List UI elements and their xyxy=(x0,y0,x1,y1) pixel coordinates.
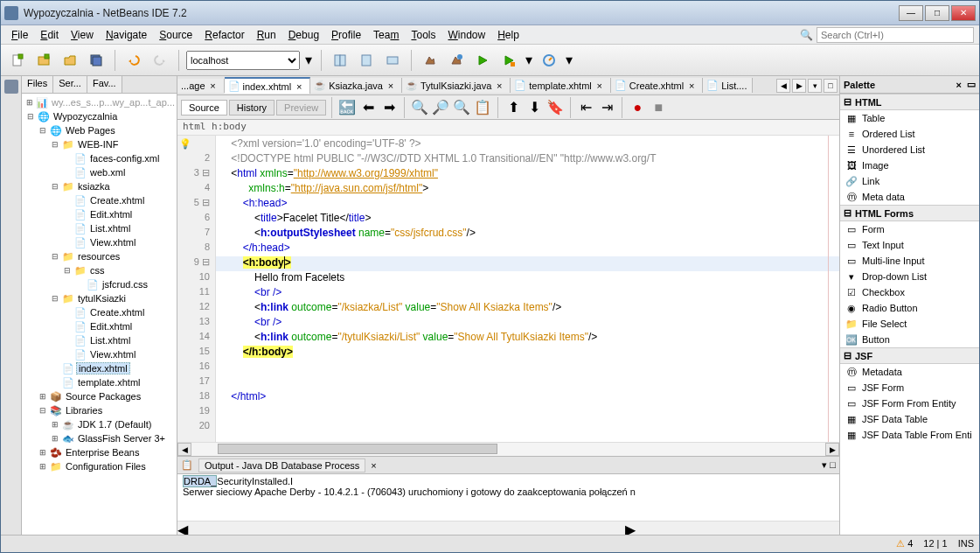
menu-refactor[interactable]: Refactor xyxy=(199,27,249,43)
menu-navigate[interactable]: Navigate xyxy=(101,27,152,43)
next-bookmark-button[interactable]: ⬇ xyxy=(525,98,544,117)
clean-build-button[interactable] xyxy=(445,49,468,72)
global-search-input[interactable] xyxy=(817,27,974,43)
source-view-button[interactable]: Source xyxy=(181,100,227,116)
tab-files[interactable]: Files xyxy=(22,76,53,93)
macro-stop-button[interactable]: ■ xyxy=(649,98,668,117)
menu-source[interactable]: Source xyxy=(154,27,198,43)
go-to-source-button[interactable] xyxy=(355,49,378,72)
palette-item-multiline-input[interactable]: ▭Multi-line Input xyxy=(840,253,979,269)
tree-resources[interactable]: ⊟📁resources xyxy=(22,249,177,263)
maximize-button[interactable]: □ xyxy=(925,5,949,21)
palette-item-checkbox[interactable]: ☑Checkbox xyxy=(840,284,979,300)
new-file-button[interactable] xyxy=(6,49,29,72)
palette-section-forms[interactable]: ⊟HTML Forms xyxy=(840,205,979,221)
menu-profile[interactable]: Profile xyxy=(326,27,366,43)
tree-truncated-node[interactable]: ⊞📊wy...es_s...p...wy_ap...t_ap... xyxy=(22,95,177,109)
save-all-button[interactable] xyxy=(85,49,108,72)
apply-code-changes-button[interactable] xyxy=(329,49,351,72)
tree-tytul-edit[interactable]: 📄Edit.xhtml xyxy=(22,319,177,333)
palette-item-jsf-datatable[interactable]: ▦JSF Data Table xyxy=(840,411,979,427)
line-gutter[interactable]: 💡 23 ⊟45 ⊟ 6789 ⊟ 10111213 14151617 1819… xyxy=(177,136,216,442)
hint-bulb-icon[interactable]: 💡 xyxy=(179,138,190,149)
palette-item-file-select[interactable]: 📁File Select xyxy=(840,316,979,332)
run-button[interactable] xyxy=(471,49,494,72)
tabs-scroll-right[interactable]: ▶ xyxy=(792,79,806,93)
close-palette-icon[interactable]: × xyxy=(956,80,962,90)
tree-jsfcrud-css[interactable]: 📄jsfcrud.css xyxy=(22,277,177,291)
toggle-bookmark-button[interactable]: 🔖 xyxy=(546,98,565,117)
tree-css-folder[interactable]: ⊟📁css xyxy=(22,263,177,277)
tab-create-xhtml[interactable]: 📄Create.xhtml× xyxy=(611,78,703,93)
tree-tytul[interactable]: ⊟📁tytulKsiazki xyxy=(22,291,177,305)
tab-age[interactable]: ...age× xyxy=(177,79,225,93)
navigator-icon[interactable] xyxy=(4,80,18,94)
tree-config-files[interactable]: ⊞📁Configuration Files xyxy=(22,459,177,473)
palette-item-text-input[interactable]: ▭Text Input xyxy=(840,237,979,253)
close-output-icon[interactable]: × xyxy=(371,460,376,471)
palette-item-image[interactable]: 🖼Image xyxy=(840,158,979,173)
menu-file[interactable]: File xyxy=(6,27,33,43)
palette-item-radio[interactable]: ◉Radio Button xyxy=(840,300,979,316)
close-tab-icon[interactable]: × xyxy=(594,80,605,91)
tree-project-root[interactable]: ⊟🌐Wypozyczalnia xyxy=(22,109,177,123)
find-selection-button[interactable]: 🔍 xyxy=(410,98,429,117)
palette-section-jsf[interactable]: ⊟JSF xyxy=(840,347,979,364)
preview-view-button[interactable]: Preview xyxy=(276,100,326,116)
config-dropdown-icon[interactable]: ▾ xyxy=(303,49,314,72)
palette-item-table[interactable]: ▦Table xyxy=(840,110,979,126)
palette-item-dropdown[interactable]: ▾Drop-down List xyxy=(840,269,979,284)
palette-item-form[interactable]: ▭Form xyxy=(840,221,979,237)
tree-ksiazka-edit[interactable]: 📄Edit.xhtml xyxy=(22,207,177,221)
forward-button[interactable]: ➡ xyxy=(379,98,399,117)
redo-button[interactable] xyxy=(149,49,171,72)
output-nav[interactable]: ▾ □ xyxy=(822,459,836,471)
tree-tytul-list[interactable]: 📄List.xhtml xyxy=(22,333,177,347)
tab-tytulksiazki-java[interactable]: ☕TytulKsiazki.java× xyxy=(402,78,511,93)
tree-enterprise-beans[interactable]: ⊞🫘Enterprise Beans xyxy=(22,445,177,459)
tab-list[interactable]: 📄List.... xyxy=(703,78,753,93)
tabs-scroll-left[interactable]: ◀ xyxy=(776,79,790,93)
output-tab[interactable]: Output - Java DB Database Process xyxy=(198,458,365,472)
palette-item-jsf-form-entity[interactable]: ▭JSF Form From Entity xyxy=(840,396,979,411)
tabs-dropdown[interactable]: ▾ xyxy=(808,79,822,93)
tree-ksiazka-list[interactable]: 📄List.xhtml xyxy=(22,221,177,235)
shift-right-button[interactable]: ⇥ xyxy=(597,98,616,117)
tab-template-xhtml[interactable]: 📄template.xhtml× xyxy=(511,78,611,93)
editor-breadcrumb[interactable]: html h:body xyxy=(177,120,839,136)
prev-bookmark-button[interactable]: ⬆ xyxy=(504,98,523,117)
tree-ksiazka[interactable]: ⊟📁ksiazka xyxy=(22,179,177,193)
tree-ksiazka-create[interactable]: 📄Create.xhtml xyxy=(22,193,177,207)
output-text[interactable]: DRDA_SecurityInstalled.I Serwer sieciowy… xyxy=(177,474,839,521)
close-tab-icon[interactable]: × xyxy=(386,80,396,91)
close-tab-icon[interactable]: × xyxy=(294,81,304,92)
stop-button-1[interactable] xyxy=(381,49,404,72)
close-tab-icon[interactable]: × xyxy=(686,80,697,91)
tree-faces-config[interactable]: 📄faces-config.xml xyxy=(22,151,177,165)
tab-favorites[interactable]: Fav... xyxy=(87,76,122,93)
palette-item-jsf-datatable-entity[interactable]: ▦JSF Data Table From Enti xyxy=(840,427,979,443)
find-next-button[interactable]: 🔍 xyxy=(452,98,471,117)
macro-record-button[interactable]: ● xyxy=(628,98,647,117)
menu-run[interactable]: Run xyxy=(252,27,281,43)
menu-view[interactable]: View xyxy=(66,27,99,43)
shift-left-button[interactable]: ⇤ xyxy=(576,98,595,117)
last-edit-button[interactable]: 🔙 xyxy=(337,98,357,117)
menu-help[interactable]: Help xyxy=(492,27,525,43)
toggle-highlight-button[interactable]: 📋 xyxy=(473,98,492,117)
profile-button[interactable] xyxy=(538,49,560,72)
find-prev-button[interactable]: 🔎 xyxy=(431,98,450,117)
tree-tytul-create[interactable]: 📄Create.xhtml xyxy=(22,305,177,319)
profile-dropdown-icon[interactable]: ▾ xyxy=(564,49,574,72)
output-horizontal-scrollbar[interactable]: ◀▶ xyxy=(177,521,839,535)
close-tab-icon[interactable]: × xyxy=(494,80,504,91)
tree-web-pages[interactable]: ⊟🌐Web Pages xyxy=(22,123,177,137)
palette-item-jsf-metadata[interactable]: ⓜMetadata xyxy=(840,364,979,380)
debug-button[interactable] xyxy=(497,49,520,72)
palette-minimize-icon[interactable]: ▭ xyxy=(967,79,976,90)
menu-debug[interactable]: Debug xyxy=(283,27,324,43)
palette-item-metadata[interactable]: ⓜMeta data xyxy=(840,189,979,205)
history-view-button[interactable]: History xyxy=(229,100,275,116)
palette-section-html[interactable]: ⊟HTML xyxy=(840,94,979,110)
menu-window[interactable]: Window xyxy=(442,27,490,43)
